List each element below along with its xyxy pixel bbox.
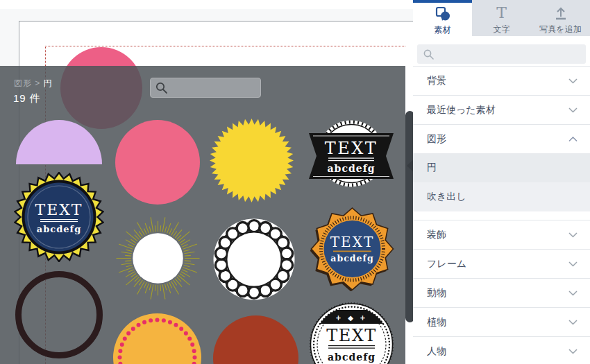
tab-label: 文字 — [494, 24, 510, 35]
chevron-down-icon — [568, 78, 578, 84]
section-frame[interactable]: フレーム — [413, 249, 590, 278]
chevron-down-icon — [568, 232, 578, 238]
asset-circle-pink[interactable] — [115, 120, 200, 205]
search-icon — [423, 49, 435, 60]
svg-text:abcdefg: abcdefg — [330, 253, 373, 263]
breadcrumb-current: 円 — [44, 78, 53, 88]
asset-badge-stamp[interactable]: + ◆ +TEXTabcdefg — [310, 302, 394, 364]
asset-half-circle-lavender[interactable] — [16, 120, 102, 164]
svg-text:TEXT: TEXT — [35, 201, 83, 218]
shape-assets-panel: 図形 > 円 19 件 TEXTabcdefgTEXTabcdefgTEXTab… — [0, 66, 405, 364]
breadcrumb: 図形 > 円 — [14, 78, 53, 89]
chevron-down-icon — [568, 107, 578, 113]
chevron-down-icon — [568, 320, 578, 325]
svg-text:TEXT: TEXT — [326, 326, 377, 345]
asset-dotted-circle[interactable] — [113, 313, 201, 364]
section-people[interactable]: 人物 — [413, 336, 590, 364]
sidebar-search-input[interactable] — [435, 49, 586, 60]
asset-lace-circle[interactable] — [213, 218, 295, 300]
sidebar-search-box[interactable] — [417, 44, 586, 64]
asset-badge-sun[interactable]: TEXTabcdefg — [310, 207, 394, 291]
app-window: 図形 > 円 19 件 TEXTabcdefgTEXTabcdefgTEXTab… — [0, 0, 590, 364]
materials-icon — [435, 5, 451, 23]
section-shapes[interactable]: 図形 — [413, 124, 590, 153]
section-decoration[interactable]: 装飾 — [413, 220, 590, 249]
upload-icon — [553, 4, 569, 22]
svg-text:abcdefg: abcdefg — [37, 224, 81, 234]
text-icon: T — [496, 4, 507, 22]
search-icon — [155, 81, 169, 95]
tab-label: 素材 — [435, 24, 451, 36]
chevron-down-icon — [568, 261, 578, 267]
subsection-speech-bubble[interactable]: 吹き出し — [413, 182, 590, 211]
asset-starburst-yellow[interactable] — [210, 119, 294, 202]
assets-search-box[interactable] — [150, 78, 261, 98]
svg-text:+ ◆ +: + ◆ + — [335, 314, 367, 322]
section-recent-materials[interactable]: 最近使った素材 — [413, 95, 590, 124]
svg-text:abcdefg: abcdefg — [328, 163, 376, 174]
page-top-band — [0, 0, 413, 9]
chevron-down-icon — [568, 349, 578, 354]
svg-text:TEXT: TEXT — [325, 139, 378, 158]
trim-guide-horizontal — [45, 46, 405, 46]
chevron-up-icon — [568, 137, 578, 142]
section-spacer — [413, 211, 590, 220]
asset-ring-dark[interactable] — [15, 271, 103, 358]
asset-badge-ribbon[interactable]: TEXTabcdefg — [309, 120, 394, 187]
tab-materials[interactable]: 素材 — [413, 0, 472, 36]
sidebar-tabbar: 素材 T 文字 写真を追加 — [413, 0, 590, 36]
subsection-circle[interactable]: 円 — [413, 153, 590, 182]
section-plants[interactable]: 植物 — [413, 307, 590, 336]
tab-text[interactable]: T 文字 — [472, 0, 531, 36]
section-background[interactable]: 背景 — [413, 66, 590, 95]
tab-label: 写真を追加 — [539, 24, 581, 35]
assets-search-input[interactable] — [169, 82, 260, 94]
svg-text:TEXT: TEXT — [330, 234, 375, 250]
chevron-down-icon — [568, 291, 578, 296]
category-accordion: 背景 最近使った素材 図形 円 吹き出し 装飾 フ — [413, 66, 590, 364]
asset-badge-bottlecap[interactable]: TEXTabcdefg — [14, 172, 104, 262]
tab-add-photo[interactable]: 写真を追加 — [531, 0, 590, 36]
result-count: 19 件 — [13, 92, 41, 105]
breadcrumb-separator: > — [35, 78, 40, 88]
asset-circle-maroon[interactable] — [213, 315, 298, 364]
svg-text:abcdefg: abcdefg — [328, 352, 376, 363]
sidebar: 素材 T 文字 写真を追加 — [413, 0, 590, 364]
breadcrumb-parent: 図形 — [14, 78, 32, 88]
section-animals[interactable]: 動物 — [413, 278, 590, 307]
asset-sun-rays[interactable] — [115, 215, 201, 302]
